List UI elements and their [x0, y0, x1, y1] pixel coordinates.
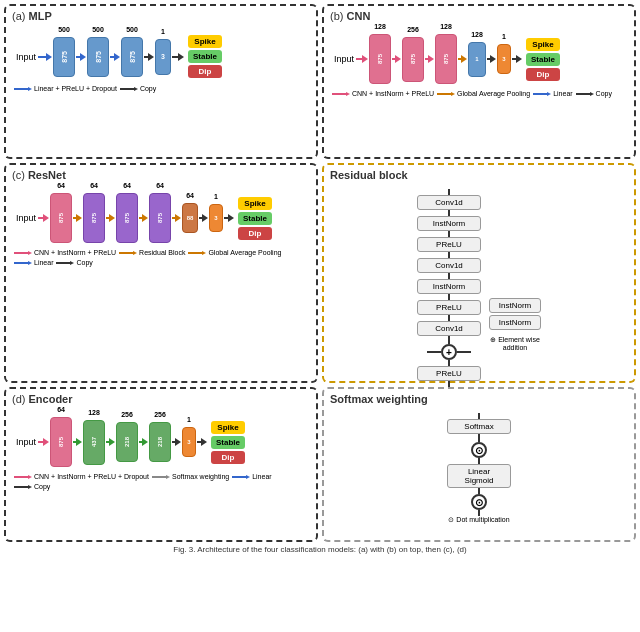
res-addition-circle: + — [441, 344, 457, 360]
sm-vline-2 — [478, 434, 480, 442]
cnn-arrow3 — [458, 55, 467, 63]
res-hline-left — [427, 351, 441, 353]
cnn-network: Input 128 875 256 875 — [334, 34, 626, 84]
figure-caption: Fig. 3. Architecture of the four classif… — [4, 545, 636, 554]
res-instnorm2: InstNorm — [417, 279, 481, 294]
cnn-arrow1 — [392, 55, 401, 63]
cnn-arrow0 — [356, 55, 368, 63]
enc-block-4: 256 218 — [149, 422, 171, 462]
resnet-block-2: 64 875 — [83, 193, 105, 243]
panel-softmax: Softmax weighting Softmax ⊙ LinearSigmoi… — [322, 387, 636, 542]
resnet-arrow3 — [139, 214, 148, 222]
resnet-input: Input — [16, 213, 36, 223]
enc-dip: Dip — [211, 451, 245, 464]
resnet-outputs: Spike Stable Dip — [238, 196, 272, 241]
residual-diagram: Conv1d InstNorm PReLU Conv1d InstNorm PR… — [332, 189, 626, 387]
enc-legend-3: Linear — [232, 473, 271, 480]
sm-dot-circle-2: ⊙ — [471, 494, 487, 510]
cnn-label: (b) CNN — [330, 10, 370, 22]
resnet-block-1: 64 875 — [50, 193, 72, 243]
enc-block-1: 64 875 — [50, 417, 72, 467]
middle-row: (c) ResNet Input 64 875 — [4, 163, 636, 383]
sm-dot-mult-label: ⊙ Dot multiplication — [448, 516, 509, 524]
enc-legend-1: CNN + InstNorm + PReLU + Dropout — [14, 473, 149, 480]
resnet-arrow1 — [73, 214, 82, 222]
softmax-diagram: Softmax ⊙ LinearSigmoid ⊙ ⊙ Dot multipli… — [332, 413, 626, 524]
resnet-legend-3: Global Average Pooling — [188, 249, 281, 256]
res-prelu2: PReLU — [417, 300, 481, 315]
enc-block-5: 1 3 — [182, 427, 196, 457]
mlp-spike: Spike — [188, 35, 222, 48]
res-instnorm1: InstNorm — [417, 216, 481, 231]
residual-main-col: Conv1d InstNorm PReLU Conv1d InstNorm PR… — [417, 189, 481, 387]
resnet-arrow5 — [199, 214, 208, 222]
enc-spike: Spike — [211, 421, 245, 434]
enc-arrow1 — [73, 438, 82, 446]
cnn-legend: CNN + InstNorm + PReLU Global Average Po… — [332, 90, 626, 97]
mlp-arrow1 — [76, 53, 86, 61]
cnn-arrow4 — [487, 55, 496, 63]
enc-block-3: 256 218 — [116, 422, 138, 462]
mlp-network: Input 500 875 500 875 — [16, 34, 308, 79]
res-prelu1: PReLU — [417, 237, 481, 252]
encoder-input: Input — [16, 437, 36, 447]
cnn-legend-4: Copy — [576, 90, 612, 97]
cnn-outputs: Spike Stable Dip — [526, 37, 560, 82]
enc-arrow3 — [139, 438, 148, 446]
res-vline-8 — [448, 336, 450, 344]
resnet-arrow2 — [106, 214, 115, 222]
resnet-label: (c) ResNet — [12, 169, 66, 181]
resnet-network: Input 64 875 64 875 — [16, 193, 308, 243]
resnet-block-3: 64 875 — [116, 193, 138, 243]
enc-arrow0 — [38, 438, 49, 446]
mlp-stable: Stable — [188, 50, 222, 63]
mlp-legend: Linear + PReLU + Dropout Copy — [14, 85, 308, 92]
residual-side-col: InstNorm InstNorm ⊕ Element wiseaddition — [489, 189, 541, 387]
bottom-row: (d) Encoder Input 64 875 — [4, 387, 636, 542]
resnet-block-6: 1 3 — [209, 204, 223, 232]
cnn-stable: Stable — [526, 53, 560, 66]
mlp-block-3: 500 875 — [121, 37, 143, 77]
res-hline-right — [457, 351, 471, 353]
enc-arrow5 — [197, 438, 207, 446]
res-instnorm-side-block2: InstNorm — [489, 315, 541, 330]
cnn-legend-2: Global Average Pooling — [437, 90, 530, 97]
mlp-arrow0 — [38, 53, 52, 61]
resnet-arrow0 — [38, 214, 49, 222]
res-instnorm-side2: InstNorm — [489, 315, 541, 330]
res-plus-row — [448, 336, 450, 344]
encoder-outputs: Spike Stable Dip — [211, 420, 245, 465]
cnn-block-4: 128 1 — [468, 42, 486, 77]
panel-cnn: (b) CNN Input 128 875 2 — [322, 4, 636, 159]
enc-legend-2: Softmax weighting — [152, 473, 229, 480]
mlp-arrow2 — [110, 53, 120, 61]
page-layout: (a) MLP Input 500 875 — [0, 0, 640, 632]
res-instnorm-side1: InstNorm — [489, 298, 541, 313]
cnn-block-2: 256 875 — [402, 37, 424, 82]
resnet-arrow4 — [172, 214, 181, 222]
encoder-legend: CNN + InstNorm + PReLU + Dropout Softmax… — [14, 473, 308, 490]
enc-stable: Stable — [211, 436, 245, 449]
residual-label: Residual block — [330, 169, 408, 181]
resnet-spike: Spike — [238, 197, 272, 210]
panel-encoder: (d) Encoder Input 64 875 — [4, 387, 318, 542]
mlp-label: (a) MLP — [12, 10, 52, 22]
cnn-arrow5 — [512, 55, 522, 63]
cnn-arrow2 — [425, 55, 434, 63]
encoder-network: Input 64 875 128 437 — [16, 417, 308, 467]
sm-dot-circle-1: ⊙ — [471, 442, 487, 458]
cnn-block-1: 128 875 — [369, 34, 391, 84]
resnet-legend-5: Copy — [56, 259, 92, 266]
resnet-block-5: 64 88 — [182, 203, 198, 233]
cnn-legend-1: CNN + InstNorm + PReLU — [332, 90, 434, 97]
resnet-legend-2: Residual Block — [119, 249, 185, 256]
softmax-label: Softmax weighting — [330, 393, 428, 405]
mlp-legend-1: Linear + PReLU + Dropout — [14, 85, 117, 92]
sm-linear-sigmoid: LinearSigmoid — [447, 464, 511, 488]
enc-arrow2 — [106, 438, 115, 446]
mlp-input: Input — [16, 52, 36, 62]
mlp-arrow4 — [172, 53, 184, 61]
mlp-outputs: Spike Stable Dip — [188, 34, 222, 79]
resnet-legend-1: CNN + InstNorm + PReLU — [14, 249, 116, 256]
cnn-spike: Spike — [526, 38, 560, 51]
